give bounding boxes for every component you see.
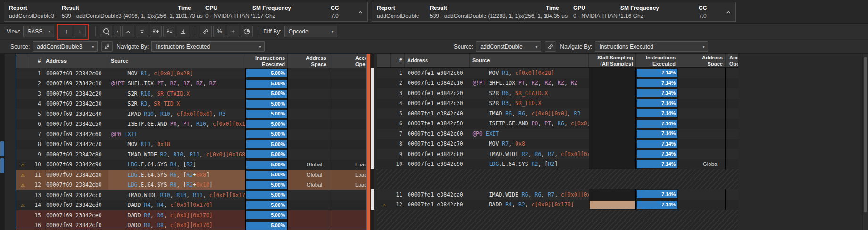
table-row[interactable]: 100007fe1 e3842c00 MOV R1, c[0x0][0x28]7… [377, 68, 738, 78]
stall-sampling-cell [589, 139, 636, 149]
warning-cell [377, 78, 391, 89]
header-address[interactable]: Address [43, 54, 108, 68]
source-link-button[interactable] [101, 41, 113, 52]
navigate-by-select-right[interactable]: Instructions Executed▾ [595, 41, 708, 52]
search-options-dropdown[interactable]: ▾ [114, 26, 121, 37]
chevron-down-icon: ▾ [532, 45, 541, 49]
link-icon [202, 28, 209, 35]
table-row[interactable]: 700007fe1 e3842c60@P0 EXIT7.14% [377, 129, 738, 139]
diff-map-segment [371, 68, 374, 169]
sort-ascending-button[interactable] [150, 26, 162, 37]
warning-cell [377, 99, 391, 109]
navigate-previous-button[interactable]: ↑ [60, 26, 72, 37]
panel-collapse-icon[interactable] [357, 9, 364, 16]
table-row[interactable]: ⚠1200007fe1 e3842cb0 DADD R4, R2, c[0x0]… [377, 200, 738, 210]
table-row[interactable]: 300007fe1 e3842c20 S2R R6, SR_CTAID.X7.1… [377, 88, 738, 99]
warning-cell [377, 189, 391, 200]
table-row[interactable]: 1100007fe1 e3842ca0 IMAD.WIDE R6, R6, R7… [377, 189, 738, 200]
source-link-button[interactable] [545, 41, 556, 52]
plus-icon: + [231, 28, 235, 35]
header-source[interactable]: Source [470, 54, 589, 67]
table-row[interactable]: 1600007f69 23842cf0 DADD R8, R8, c[0x0][… [16, 221, 367, 230]
source-select-right[interactable]: addConstDouble▾ [476, 41, 541, 52]
header-address-space[interactable]: AddressSpace [288, 54, 329, 68]
warning-icon: ⚠ [21, 202, 24, 208]
table-body: 100007fe1 e3842c00 MOV R1, c[0x0][0x28]7… [377, 68, 738, 230]
warning-icon: ⚠ [382, 202, 385, 207]
address-space-cell [678, 200, 726, 210]
table-row[interactable]: 400007fe1 e3842c30 S2R R3, SR_TID.X7.14% [377, 99, 738, 109]
source-select-left[interactable]: addConstDouble3▾ [33, 41, 98, 52]
table-row[interactable]: ⚠1400007f69 23842cd0 DADD R4, R4, c[0x0]… [16, 200, 367, 211]
source-cell: MOV R7, 0x8 [470, 139, 589, 149]
table-row[interactable]: 700007f69 23842c60@P0 EXIT5.00% [16, 129, 367, 140]
source-cell: IMAD R10, R10, c[0x0][0x0], R3 [108, 109, 245, 119]
sort-descending-button[interactable] [163, 26, 175, 37]
navigate-by-select-left[interactable]: Instructions Executed▾ [151, 41, 265, 52]
warning-icon: ⚠ [21, 172, 24, 178]
chevron-up-button[interactable] [122, 26, 134, 37]
diff-map-strip-right[interactable] [371, 54, 374, 230]
header-stall-sampling[interactable]: Stall Sampling(All Samples) [589, 54, 636, 67]
diff-by-select[interactable]: Opcode▾ [284, 26, 337, 37]
time-value: 101.73 us [178, 13, 205, 19]
chevron-down-icon: ▾ [89, 45, 97, 49]
header-instructions-executed[interactable]: InstructionsExecuted [636, 54, 678, 67]
table-row[interactable]: ⚠1000007f69 23842c90 LDG.E.64.SYS R4, [R… [16, 160, 367, 170]
source-table-right: # Address Source Stall Sampling(All Samp… [377, 54, 738, 230]
table-row[interactable]: 800007fe1 e3842c70 MOV R7, 0x87.14% [377, 139, 738, 149]
import-button[interactable] [177, 26, 189, 37]
link-views-button[interactable] [200, 26, 212, 37]
time-label: Time [178, 5, 205, 11]
table-row[interactable]: ⚠1200007f69 23842cb0 LDG.E.64.SYS R8, [R… [16, 180, 367, 190]
view-select[interactable]: SASS▾ [23, 26, 54, 37]
table-row[interactable]: 900007f69 23842c80 IMAD.WIDE R2, R10, R1… [16, 149, 367, 160]
scroll-to-top-button[interactable] [136, 26, 148, 37]
line-number: 1 [29, 68, 43, 79]
chevron-up-icon [125, 28, 132, 35]
table-row[interactable]: 600007fe1 e3842c50 ISETP.GE.AND P0, PT, … [377, 119, 738, 129]
header-instructions-executed[interactable]: InstructionsExecuted [245, 54, 288, 68]
panel-collapse-icon[interactable] [725, 9, 732, 16]
search-button[interactable] [100, 26, 112, 37]
navigate-next-button[interactable]: ↓ [74, 26, 86, 37]
scrollbar-thumb[interactable] [864, 57, 867, 212]
table-row[interactable]: 300007f69 23842c20 S2R R10, SR_CTAID.X5.… [16, 89, 367, 99]
table-row[interactable]: 800007f69 23842c70 MOV R11, 0x185.00% [16, 140, 367, 150]
table-row[interactable]: 100007f69 23842c00 MOV R1, c[0x0][0x28]5… [16, 68, 367, 79]
access-cell [329, 129, 367, 140]
header-access-operations[interactable]: AccessOperations [329, 54, 367, 68]
percent-icon: % [217, 28, 222, 35]
report-header-bar: ReportaddConstDouble3 Result539 - addCon… [0, 0, 868, 24]
source-cell: @!PT SHFL.IDX PT, RZ, RZ, RZ, RZ [470, 78, 589, 89]
table-row[interactable]: 900007fe1 e3842c80 IMAD.WIDE R2, R6, R7,… [377, 149, 738, 159]
table-row[interactable]: 500007f69 23842c40 IMAD R10, R10, c[0x0]… [16, 109, 367, 119]
table-body: 100007f69 23842c00 MOV R1, c[0x0][0x28]5… [16, 68, 366, 230]
source-cell: LDG.E.64.SYS R8, [R2+0x10] [108, 180, 245, 190]
chevron-down-icon: ▾ [328, 29, 337, 33]
header-line-number[interactable]: # [29, 54, 43, 68]
table-row[interactable]: 1500007f69 23842ce0 DADD R6, R6, c[0x0][… [16, 210, 367, 221]
table-row[interactable]: 1000007fe1 e3842c90 LDG.E.64.SYS R2, [R2… [377, 159, 738, 170]
diff-map-strip-left[interactable] [367, 54, 370, 230]
header-address-space[interactable]: AddressSpace [678, 54, 726, 67]
pie-chart-button[interactable] [241, 26, 253, 37]
table-row[interactable]: 200007f69 23842c10@!PT SHFL.IDX PT, RZ, … [16, 79, 367, 89]
header-address[interactable]: Address [405, 54, 470, 67]
table-row[interactable]: 200007fe1 e3842c10@!PT SHFL.IDX PT, RZ, … [377, 78, 738, 89]
percent-toggle-button[interactable]: % [213, 26, 225, 37]
table-row[interactable]: 500007fe1 e3842c40 IMAD R6, R6, c[0x0][0… [377, 108, 738, 119]
header-access-operations[interactable]: AccessOperations [726, 54, 738, 67]
table-row[interactable]: 1300007f69 23842cc0 IMAD.WIDE R10, R10, … [16, 190, 367, 200]
table-row[interactable]: ⚠1100007f69 23842ca0 LDG.E.64.SYS R6, [R… [16, 170, 367, 180]
access-cell [329, 89, 367, 99]
source-cell: MOV R11, 0x18 [108, 140, 245, 150]
address-cell: 00007fe1 e3842c80 [405, 149, 470, 159]
header-source[interactable]: Source [108, 54, 245, 68]
table-row[interactable]: 400007f69 23842c30 S2R R3, SR_TID.X5.00% [16, 99, 367, 109]
table-row[interactable]: 600007f69 23842c50 ISETP.GE.AND P0, PT, … [16, 119, 367, 130]
header-line-number[interactable]: # [391, 54, 405, 67]
add-baseline-button[interactable]: + [227, 26, 239, 37]
address-cell: 00007fe1 e3842c10 [405, 78, 470, 89]
sm-frequency-value: 1.17 Ghz [252, 13, 331, 19]
